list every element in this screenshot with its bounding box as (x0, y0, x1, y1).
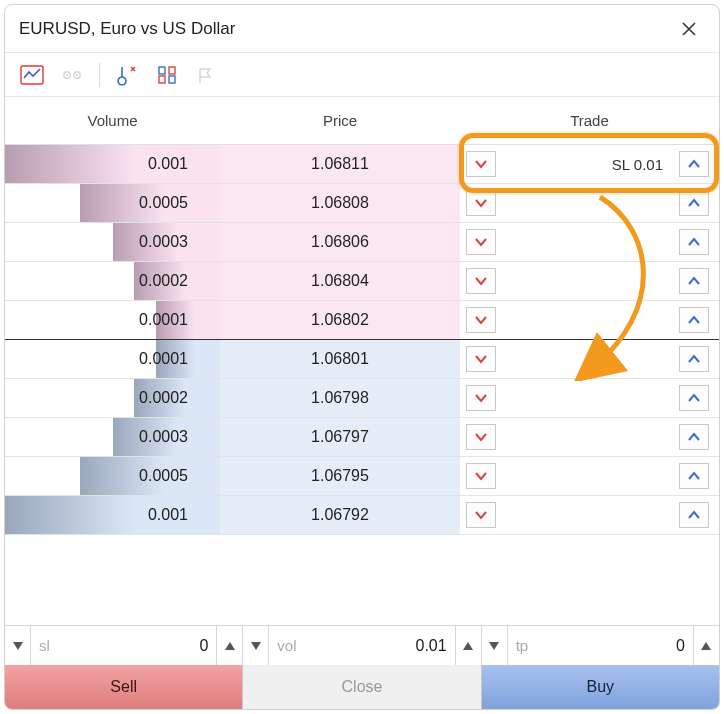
order-book-row: 0.00021.06798 (5, 379, 719, 418)
price-cell: 1.06797 (220, 418, 460, 456)
chevron-down-icon (474, 393, 488, 403)
sell-at-price-button[interactable] (466, 502, 496, 528)
toolbar-divider (99, 63, 100, 87)
buy-at-price-button[interactable] (679, 307, 709, 333)
order-book-row: 0.00011.06801 (5, 340, 719, 379)
order-book-row: 0.0011.06811SL 0.01 (5, 145, 719, 184)
trade-cell (460, 223, 719, 261)
buy-at-price-button[interactable] (679, 190, 709, 216)
order-book-rows: 0.0011.06811SL 0.010.00051.068080.00031.… (5, 145, 719, 535)
volume-text: 0.001 (148, 155, 188, 173)
grid-tool-button[interactable] (150, 60, 184, 90)
sl-increment-button[interactable] (216, 626, 242, 665)
sell-at-price-button[interactable] (466, 229, 496, 255)
chevron-up-icon (687, 432, 701, 442)
chevron-up-icon (687, 315, 701, 325)
chevron-up-icon (687, 159, 701, 169)
action-buttons: Sell Close Buy (5, 665, 719, 709)
tp-value: 0 (536, 637, 685, 655)
chevron-up-icon (687, 510, 701, 520)
order-book-row: 0.00051.06808 (5, 184, 719, 223)
sell-at-price-button[interactable] (466, 463, 496, 489)
order-book-row: 0.00031.06797 (5, 418, 719, 457)
buy-at-price-button[interactable] (679, 385, 709, 411)
chevron-down-icon (474, 315, 488, 325)
order-book-row: 0.00051.06795 (5, 457, 719, 496)
buy-at-price-button[interactable] (679, 463, 709, 489)
chevron-down-icon (474, 354, 488, 364)
chevron-down-icon (474, 198, 488, 208)
volume-text: 0.0001 (139, 311, 188, 329)
buy-button[interactable]: Buy (482, 665, 719, 709)
sell-at-price-button[interactable] (466, 268, 496, 294)
volume-cell: 0.0001 (5, 301, 220, 339)
sl-value: 0 (58, 637, 208, 655)
sell-at-price-button[interactable] (466, 307, 496, 333)
order-book-row: 0.00011.06802 (5, 301, 719, 340)
tp-input-field[interactable]: tp 0 (508, 626, 693, 665)
sell-at-price-button[interactable] (466, 385, 496, 411)
trade-cell (460, 418, 719, 456)
triangle-up-icon (225, 642, 235, 650)
sell-at-price-button[interactable] (466, 151, 496, 177)
close-button[interactable] (673, 13, 705, 45)
tp-decrement-button[interactable] (482, 626, 508, 665)
volume-text: 0.0005 (139, 467, 188, 485)
volume-cell: 0.001 (5, 145, 220, 183)
buy-at-price-button[interactable] (679, 424, 709, 450)
triangle-down-icon (13, 642, 23, 650)
order-book-row: 0.00031.06806 (5, 223, 719, 262)
depth-of-market-window: EURUSD, Euro vs US Dollar Volume Price T… (4, 4, 720, 710)
column-headers: Volume Price Trade (5, 97, 719, 145)
chevron-up-icon (687, 276, 701, 286)
buy-at-price-button[interactable] (679, 502, 709, 528)
svg-rect-7 (159, 76, 165, 83)
tp-input-group: tp 0 (482, 626, 719, 665)
header-trade: Trade (460, 112, 719, 129)
vol-label: vol (277, 637, 296, 654)
tp-increment-button[interactable] (693, 626, 719, 665)
sell-at-price-button[interactable] (466, 190, 496, 216)
volume-cell: 0.0001 (5, 340, 220, 378)
vol-decrement-button[interactable] (243, 626, 269, 665)
price-cell: 1.06811 (220, 145, 460, 183)
sell-at-price-button[interactable] (466, 346, 496, 372)
vol-input-field[interactable]: vol 0.01 (269, 626, 454, 665)
orders-tool-button[interactable] (110, 60, 144, 90)
chevron-up-icon (687, 354, 701, 364)
sell-at-price-button[interactable] (466, 424, 496, 450)
volume-text: 0.0002 (139, 389, 188, 407)
volume-cell: 0.0003 (5, 418, 220, 456)
vol-increment-button[interactable] (455, 626, 481, 665)
sell-button[interactable]: Sell (5, 665, 243, 709)
chevron-down-icon (474, 432, 488, 442)
volume-text: 0.0005 (139, 194, 188, 212)
volume-text: 0.0003 (139, 428, 188, 446)
price-cell: 1.06808 (220, 184, 460, 222)
flag-tool-button[interactable] (190, 60, 224, 90)
close-position-button[interactable]: Close (243, 665, 481, 709)
order-inputs-row: sl 0 vol 0.01 tp 0 (5, 625, 719, 665)
volume-text: 0.001 (148, 506, 188, 524)
chevron-up-icon (687, 198, 701, 208)
svg-rect-8 (169, 76, 175, 83)
buy-at-price-button[interactable] (679, 229, 709, 255)
trade-cell (460, 262, 719, 300)
tp-label: tp (516, 637, 529, 654)
buy-at-price-button[interactable] (679, 346, 709, 372)
chevron-up-icon (687, 237, 701, 247)
sl-input-group: sl 0 (5, 626, 243, 665)
sl-decrement-button[interactable] (5, 626, 31, 665)
chevron-down-icon (474, 510, 488, 520)
buy-at-price-button[interactable] (679, 268, 709, 294)
trade-cell (460, 457, 719, 495)
trade-cell (460, 184, 719, 222)
buy-at-price-button[interactable] (679, 151, 709, 177)
chart-tool-button[interactable] (15, 60, 49, 90)
sl-order-label: SL 0.01 (502, 156, 673, 173)
price-cell: 1.06792 (220, 496, 460, 534)
trade-cell (460, 496, 719, 534)
sl-input-field[interactable]: sl 0 (31, 626, 216, 665)
trade-cell: SL 0.01 (460, 145, 719, 183)
spread-tool-button[interactable] (55, 60, 89, 90)
